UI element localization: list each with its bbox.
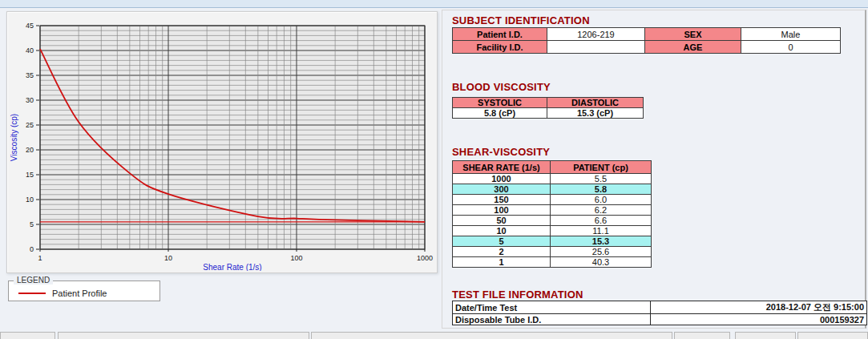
bottom-bar-segment-6[interactable] <box>797 332 868 339</box>
svg-text:100: 100 <box>290 254 302 262</box>
shear-rate-cell: 100 <box>453 205 551 216</box>
table-row: 3005.8 <box>453 184 652 195</box>
test-file-information-title: TEST FILE INFORMATION <box>452 289 583 301</box>
report-panel: SUBJECT IDENTIFICATION Patient I.D. 1206… <box>442 10 866 329</box>
shear-rate-cell: 1000 <box>453 174 551 184</box>
diastolic-value: 15.3 (cP) <box>547 108 644 119</box>
svg-text:15: 15 <box>26 171 34 179</box>
subject-identification-title: SUBJECT IDENTIFICATION <box>452 14 590 26</box>
patient-column-header: PATIENT (cp) <box>551 161 652 174</box>
shear-rate-cell: 50 <box>453 216 551 226</box>
table-row: 225.6 <box>453 247 652 257</box>
table-row: 506.6 <box>453 216 652 226</box>
bottom-bar-segment-5[interactable] <box>735 332 796 339</box>
svg-text:Shear Rate (1/s): Shear Rate (1/s) <box>203 263 261 271</box>
window-top-bar <box>0 0 868 8</box>
patient-id-value: 1206-219 <box>547 28 645 41</box>
systolic-value: 5.8 (cP) <box>453 108 547 119</box>
svg-text:40: 40 <box>26 46 34 54</box>
blood-viscosity-title: BLOOD VISCOSITY <box>452 81 551 93</box>
table-row: 140.3 <box>453 257 652 268</box>
age-value: 0 <box>741 41 841 54</box>
svg-text:25: 25 <box>26 121 34 129</box>
subject-identification-table: Patient I.D. 1206-219 SEX Male Facility … <box>452 27 841 54</box>
patient-viscosity-cell: 15.3 <box>551 236 652 247</box>
patient-viscosity-cell: 11.1 <box>551 226 652 236</box>
legend-entry: Patient Profile <box>18 289 107 298</box>
facility-id-value <box>547 41 645 54</box>
table-row: Patient I.D. 1206-219 SEX Male <box>453 28 841 41</box>
table-row: Date/Time Test 2018-12-07 오전 9:15:00 <box>453 301 867 314</box>
bottom-bar-segment-4[interactable] <box>674 332 730 339</box>
date-time-test-value: 2018-12-07 오전 9:15:00 <box>651 301 867 314</box>
table-row: 5.8 (cP) 15.3 (cP) <box>453 108 644 119</box>
table-row: 515.3 <box>453 236 652 247</box>
shear-rate-cell: 150 <box>453 195 551 205</box>
sex-value: Male <box>741 28 841 41</box>
svg-text:45: 45 <box>26 22 34 30</box>
table-row: 10005.5 <box>453 174 652 184</box>
patient-id-label: Patient I.D. <box>453 28 547 41</box>
shear-rate-column-header: SHEAR RATE (1/s) <box>453 161 551 174</box>
patient-viscosity-cell: 6.2 <box>551 205 652 216</box>
table-row: SYSTOLIC DIASTOLIC <box>453 98 644 108</box>
bottom-bar-segment-2[interactable] <box>58 332 309 339</box>
disposable-tube-id-value: 000159327 <box>651 314 867 325</box>
test-file-information-table: Date/Time Test 2018-12-07 오전 9:15:00 Dis… <box>452 301 867 325</box>
table-row: 1006.2 <box>453 205 652 216</box>
systolic-label: SYSTOLIC <box>453 98 547 108</box>
bottom-bar-segment-1[interactable] <box>0 332 55 339</box>
patient-viscosity-cell: 6.0 <box>551 195 652 205</box>
legend-series-label: Patient Profile <box>52 289 107 298</box>
patient-viscosity-cell: 5.8 <box>551 184 652 195</box>
svg-text:30: 30 <box>26 96 34 104</box>
svg-text:10: 10 <box>164 254 172 262</box>
svg-text:35: 35 <box>26 71 34 79</box>
table-header-row: SHEAR RATE (1/s) PATIENT (cp) <box>453 161 652 174</box>
bottom-bar-segment-3[interactable] <box>311 332 672 339</box>
sex-label: SEX <box>645 28 741 41</box>
patient-viscosity-cell: 5.5 <box>551 174 652 184</box>
table-row: 1506.0 <box>453 195 652 205</box>
shear-viscosity-chart: 0510152025303540451101001000Shear Rate (… <box>7 12 437 271</box>
blood-viscosity-table: SYSTOLIC DIASTOLIC 5.8 (cP) 15.3 (cP) <box>452 97 644 119</box>
svg-text:1: 1 <box>38 254 42 262</box>
shear-rate-cell: 10 <box>453 226 551 236</box>
shear-viscosity-title: SHEAR-VISCOSITY <box>452 146 550 158</box>
table-row: Facility I.D. AGE 0 <box>453 41 841 54</box>
svg-text:0: 0 <box>30 245 34 253</box>
patient-viscosity-cell: 40.3 <box>551 257 652 268</box>
patient-viscosity-cell: 25.6 <box>551 247 652 257</box>
shear-rate-cell: 5 <box>453 236 551 247</box>
svg-text:5: 5 <box>30 220 34 228</box>
disposable-tube-id-label: Disposable Tube I.D. <box>453 314 651 325</box>
patient-viscosity-cell: 6.6 <box>551 216 652 226</box>
svg-text:10: 10 <box>26 196 34 204</box>
legend-caption: LEGEND <box>14 276 53 285</box>
diastolic-label: DIASTOLIC <box>547 98 644 108</box>
age-label: AGE <box>645 41 741 54</box>
legend-line-swatch <box>18 293 46 294</box>
legend-box: LEGEND Patient Profile <box>8 280 160 301</box>
table-row: Disposable Tube I.D. 000159327 <box>453 314 867 325</box>
svg-text:1000: 1000 <box>417 254 433 262</box>
shear-rate-cell: 1 <box>453 257 551 268</box>
facility-id-label: Facility I.D. <box>453 41 547 54</box>
svg-text:20: 20 <box>26 146 34 154</box>
date-time-test-label: Date/Time Test <box>453 301 651 314</box>
table-row: 1011.1 <box>453 226 652 236</box>
viscosity-chart-panel: 0510152025303540451101001000Shear Rate (… <box>6 11 438 273</box>
shear-rate-cell: 300 <box>453 184 551 195</box>
shear-rate-cell: 2 <box>453 247 551 257</box>
shear-viscosity-table: SHEAR RATE (1/s) PATIENT (cp) 10005.5 30… <box>452 160 652 268</box>
svg-text:Viscosity (cp): Viscosity (cp) <box>10 114 18 161</box>
